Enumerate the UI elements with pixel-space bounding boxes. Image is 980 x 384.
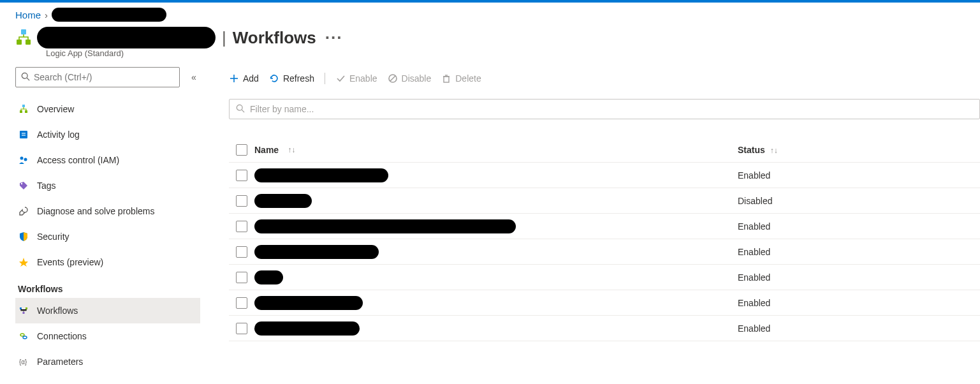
row-checkbox[interactable] [236,170,247,181]
breadcrumb-resource-name[interactable] [52,8,166,22]
sidebar-item-events-preview-[interactable]: Events (preview) [15,249,200,275]
select-all-checkbox[interactable] [236,144,247,156]
filter-input[interactable] [250,104,973,114]
row-name-cell[interactable] [254,168,738,182]
sidebar-item-label: Overview [37,104,74,114]
column-header-name[interactable]: Name ↑↓ [254,145,738,155]
table-row[interactable]: Enabled [229,214,980,239]
sidebar-item-label: Diagnose and solve problems [37,206,154,216]
nav-icon [18,305,29,316]
sidebar-item-label: Events (preview) [37,257,103,267]
sidebar-item-label: Tags [37,181,56,191]
svg-text:{α}: {α} [19,358,27,366]
refresh-icon [269,73,279,84]
row-status-cell: Enabled [738,221,980,232]
row-checkbox[interactable] [236,323,247,334]
sidebar-item-label: Activity log [37,129,80,140]
workflow-name-redacted [254,168,388,182]
table-row[interactable]: Enabled [229,163,980,188]
svg-rect-15 [20,307,22,309]
sidebar-item-workflows[interactable]: Workflows [15,298,200,323]
sidebar-search[interactable] [15,67,180,87]
row-checkbox[interactable] [236,221,247,232]
row-checkbox[interactable] [236,297,247,309]
enable-button[interactable]: Enable [335,73,377,84]
workflows-grid: Name ↑↓ Status ↑↓ EnabledDisabledEnabled… [229,137,980,341]
row-status-cell: Enabled [738,272,980,283]
add-button[interactable]: Add [229,73,259,84]
table-row[interactable]: Disabled [229,188,980,214]
svg-rect-0 [21,29,26,34]
sidebar: « OverviewActivity logAccess control (IA… [0,67,194,374]
nav-icon [18,103,29,115]
row-name-cell[interactable] [254,194,738,208]
svg-rect-5 [22,105,25,107]
logic-app-icon [15,29,32,46]
nav-icon [18,205,29,217]
svg-line-29 [242,110,244,112]
row-name-cell[interactable] [254,245,738,259]
breadcrumb-home-link[interactable]: Home [15,10,41,20]
svg-point-18 [20,334,24,336]
row-checkbox[interactable] [236,272,247,283]
sidebar-item-parameters[interactable]: {α}Parameters [15,349,200,374]
row-status-cell: Enabled [738,323,980,334]
sidebar-item-tags[interactable]: Tags [15,173,200,198]
svg-rect-8 [20,131,27,138]
sidebar-item-label: Access control (IAM) [37,155,119,165]
sidebar-item-label: Parameters [37,357,83,367]
sidebar-item-activity-log[interactable]: Activity log [15,122,200,147]
row-checkbox[interactable] [236,246,247,258]
plus-icon [229,73,239,84]
table-row[interactable]: Enabled [229,265,980,290]
workflow-name-redacted [254,321,360,336]
row-name-cell[interactable] [254,296,738,310]
svg-rect-25 [444,77,449,82]
svg-point-3 [22,73,27,78]
sidebar-item-access-control-iam-[interactable]: Access control (IAM) [15,147,200,173]
resource-name-redacted [37,27,216,48]
sidebar-search-input[interactable] [34,72,174,82]
title-separator: | [222,28,226,48]
sort-icon: ↑↓ [288,145,295,154]
row-status-cell: Enabled [738,247,980,257]
row-name-cell[interactable] [254,219,738,233]
nav-icon [18,330,29,342]
nav-icon: {α} [18,356,29,367]
workflow-name-redacted [254,296,363,310]
sidebar-item-diagnose-and-solve-problems[interactable]: Diagnose and solve problems [15,198,200,224]
refresh-button[interactable]: Refresh [269,73,314,84]
delete-button[interactable]: Delete [441,73,481,84]
breadcrumb: Home › [0,3,980,24]
disable-button[interactable]: Disable [388,73,432,84]
table-row[interactable]: Enabled [229,290,980,316]
filter-box[interactable] [229,99,980,119]
sidebar-item-overview[interactable]: Overview [15,96,200,122]
more-actions-button[interactable]: ··· [321,28,347,48]
table-row[interactable]: Enabled [229,239,980,265]
sidebar-item-label: Connections [37,331,87,341]
search-icon [21,72,30,83]
page-title: | Workflows ··· [37,27,346,48]
row-status-cell: Disabled [738,196,980,206]
row-name-cell[interactable] [254,270,738,284]
svg-rect-16 [26,307,27,309]
row-checkbox[interactable] [236,195,247,207]
refresh-label: Refresh [283,73,314,84]
table-row[interactable]: Enabled [229,316,980,341]
column-header-status[interactable]: Status ↑↓ [738,145,980,155]
svg-line-24 [390,76,395,81]
row-name-cell[interactable] [254,321,738,336]
disable-icon [388,73,398,84]
svg-marker-14 [19,258,28,267]
disable-label: Disable [402,73,432,84]
sidebar-item-connections[interactable]: Connections [15,323,200,349]
page-title-row: | Workflows ··· [0,24,980,48]
svg-rect-7 [25,110,27,113]
grid-header-row: Name ↑↓ Status ↑↓ [229,137,980,163]
trash-icon [441,73,451,84]
svg-point-19 [23,336,27,339]
svg-rect-6 [20,110,22,113]
sidebar-item-security[interactable]: Security [15,224,200,249]
svg-rect-1 [17,40,22,45]
